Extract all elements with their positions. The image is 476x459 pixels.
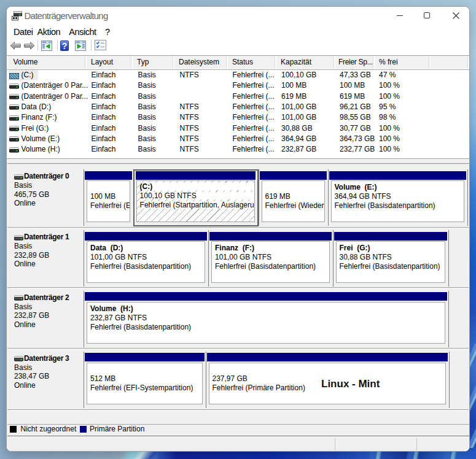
svg-text:?: ?: [62, 41, 68, 51]
